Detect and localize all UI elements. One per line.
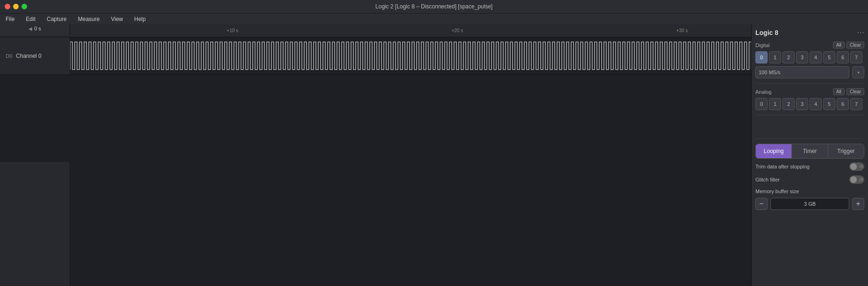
analog-section-label: Analog All Clear: [755, 88, 864, 95]
memory-buffer-label-row: Memory buffer size: [755, 188, 864, 195]
panel-header: Logic 8 ⋯: [755, 28, 864, 37]
digital-ch-4[interactable]: 4: [810, 51, 822, 63]
trim-data-label: Trim data after stopping: [755, 164, 810, 169]
digital-ch-3[interactable]: 3: [796, 51, 808, 63]
chevron-down-icon: ▾: [857, 70, 860, 75]
memory-buffer-label: Memory buffer size: [755, 188, 799, 194]
sample-rate-row: 100 MS/s 50 MS/s 25 MS/s 10 MS/s ▾: [755, 66, 864, 78]
glitch-filter-label: Glitch filter: [755, 177, 780, 182]
channel-name: Channel 0: [16, 53, 42, 59]
analog-all-button[interactable]: All: [833, 88, 845, 95]
digital-ch-2[interactable]: 2: [783, 51, 795, 63]
ruler-label-20s: +20 s: [451, 28, 463, 33]
collapse-button[interactable]: ◀ 0 s: [0, 24, 70, 35]
toggle-knob-trim: [850, 163, 857, 170]
divider-2: [755, 115, 864, 115]
waveform-svg: // Generate square wave path data inline…: [70, 37, 751, 74]
memory-buffer-value: 3 GB: [770, 198, 849, 210]
digital-ch-0[interactable]: 0: [755, 51, 768, 63]
trim-data-row: Trim data after stopping ✕: [755, 161, 864, 172]
minimize-button[interactable]: [13, 4, 19, 9]
divider-1: [755, 83, 864, 84]
menu-help[interactable]: Help: [132, 16, 148, 22]
digital-ch-7[interactable]: 7: [850, 51, 862, 63]
menu-file[interactable]: File: [4, 16, 16, 22]
empty-area: [0, 162, 751, 286]
close-button[interactable]: [5, 4, 10, 9]
analog-ch-3[interactable]: 3: [796, 98, 808, 110]
ruler-start-label: 0 s: [34, 26, 41, 31]
traffic-lights: [5, 4, 27, 9]
menu-capture[interactable]: Capture: [45, 16, 69, 22]
toggle-knob-glitch: [850, 176, 857, 183]
mode-tabs: Looping Timer Trigger: [755, 144, 864, 159]
menu-edit[interactable]: Edit: [24, 16, 37, 22]
titlebar: Logic 2 [Logic 8 – Disconnected] [space_…: [0, 0, 868, 13]
maximize-button[interactable]: [21, 4, 27, 9]
menubar: File Edit Capture Measure View Help: [0, 13, 868, 24]
digital-ch-1[interactable]: 1: [769, 51, 781, 63]
analog-ch-4[interactable]: 4: [810, 98, 822, 110]
analog-label: Analog: [755, 89, 771, 95]
digital-section-buttons: All Clear: [833, 42, 864, 49]
digital-clear-button[interactable]: Clear: [847, 42, 864, 49]
analog-ch-6[interactable]: 6: [837, 98, 849, 110]
analog-ch-2[interactable]: 2: [783, 98, 795, 110]
analog-section-buttons: All Clear: [833, 88, 864, 95]
channel-label-d0: D0 Channel 0: [0, 37, 70, 75]
ruler-label-30s: +30 s: [676, 28, 688, 33]
tab-looping[interactable]: Looping: [756, 144, 792, 158]
menu-measure[interactable]: Measure: [76, 16, 102, 22]
sample-rate-dropdown-arrow[interactable]: ▾: [852, 66, 864, 78]
spacer: [755, 120, 864, 134]
glitch-filter-toggle[interactable]: ✕: [849, 175, 864, 184]
channel-row-0: D0 Channel 0 // Generate square wave pat…: [0, 37, 751, 162]
window-title: Logic 2 [Logic 8 – Disconnected] [space_…: [376, 3, 493, 10]
digital-section-label: Digital All Clear: [755, 42, 864, 49]
menu-view[interactable]: View: [109, 16, 125, 22]
memory-plus-button[interactable]: +: [852, 198, 864, 210]
main-layout: ◀ 0 s +10 s +20 s +30 s D0 Channel 0: [0, 24, 868, 286]
toggle-off-icon-2: ✕: [858, 177, 862, 183]
digital-ch-6[interactable]: 6: [837, 51, 849, 63]
toggle-off-icon: ✕: [858, 164, 862, 170]
right-panel: Logic 8 ⋯ Digital All Clear 0 1 2 3 4 5 …: [751, 24, 868, 286]
channel-id: D0: [6, 53, 12, 59]
analog-clear-button[interactable]: Clear: [847, 88, 864, 95]
timeline-area: ◀ 0 s +10 s +20 s +30 s D0 Channel 0: [0, 24, 751, 286]
trim-data-toggle[interactable]: ✕: [849, 162, 864, 171]
ruler-label-10s: +10 s: [227, 28, 238, 33]
panel-more-button[interactable]: ⋯: [857, 28, 864, 37]
analog-channel-buttons: 0 1 2 3 4 5 6 7: [755, 98, 864, 110]
analog-ch-1[interactable]: 1: [769, 98, 781, 110]
memory-minus-button[interactable]: −: [755, 198, 768, 210]
digital-channel-buttons: 0 1 2 3 4 5 6 7: [755, 51, 864, 63]
glitch-filter-row: Glitch filter ✕: [755, 174, 864, 185]
analog-ch-5[interactable]: 5: [823, 98, 835, 110]
digital-label: Digital: [755, 42, 770, 48]
tab-trigger[interactable]: Trigger: [828, 144, 864, 158]
waveform-display: // Generate square wave path data inline…: [70, 37, 751, 75]
sample-rate-select[interactable]: 100 MS/s 50 MS/s 25 MS/s 10 MS/s: [755, 66, 849, 78]
empty-label-panel: [0, 162, 70, 286]
analog-ch-0[interactable]: 0: [755, 98, 768, 110]
panel-title: Logic 8: [755, 29, 778, 36]
divider-3: [755, 139, 864, 139]
memory-buffer-row: − 3 GB +: [755, 198, 864, 210]
empty-waveform-area: [70, 162, 751, 286]
timeline-ruler: ◀ 0 s +10 s +20 s +30 s: [0, 24, 751, 37]
ruler-track: +10 s +20 s +30 s: [70, 24, 751, 35]
analog-ch-7[interactable]: 7: [850, 98, 862, 110]
tab-timer[interactable]: Timer: [792, 144, 828, 158]
digital-all-button[interactable]: All: [833, 42, 845, 49]
digital-ch-5[interactable]: 5: [823, 51, 835, 63]
